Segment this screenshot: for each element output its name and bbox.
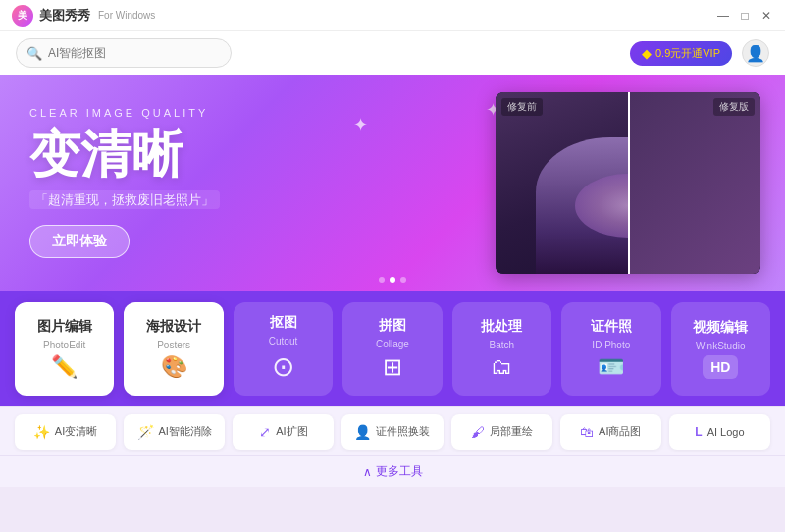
before-label: 修复前 <box>501 98 543 116</box>
before-after-image: 修复前 修复版 <box>496 92 760 274</box>
tool-collage-name-zh: 拼图 <box>379 317 406 335</box>
ai-expand-label: AI扩图 <box>276 424 307 439</box>
ai-expand-icon: ⤢ <box>259 424 271 440</box>
banner-cta-button[interactable]: 立即体验 <box>29 225 130 258</box>
dot-1[interactable] <box>379 277 385 283</box>
more-tools-chevron: ∧ <box>363 465 372 479</box>
quick-ai-clarity[interactable]: ✨ AI变清晰 <box>15 414 116 450</box>
tool-id-photo-name-zh: 证件照 <box>591 318 632 336</box>
local-redraw-icon: 🖌 <box>471 424 485 440</box>
for-windows-label: For Windows <box>98 10 155 21</box>
tool-cutout-icon: ⊙ <box>272 350 294 383</box>
ai-erase-icon: 🪄 <box>137 424 154 440</box>
minimize-button[interactable]: — <box>716 9 730 23</box>
quick-ai-expand[interactable]: ⤢ AI扩图 <box>233 414 334 450</box>
id-change-label: 证件照换装 <box>376 424 430 439</box>
tool-batch-name-en: Batch <box>490 340 515 350</box>
ai-clarity-label: AI变清晰 <box>55 424 97 439</box>
quick-id-change[interactable]: 👤 证件照换装 <box>341 414 443 450</box>
image-divider <box>628 92 630 274</box>
ai-clarity-icon: ✨ <box>33 424 50 440</box>
quick-tools-section: ✨ AI变清晰 🪄 AI智能消除 ⤢ AI扩图 👤 证件照换装 🖌 局部重绘 🛍… <box>0 406 785 455</box>
tool-collage-icon: ⊞ <box>383 353 402 381</box>
close-button[interactable]: ✕ <box>759 9 773 23</box>
ai-product-label: AI商品图 <box>599 424 641 439</box>
banner-section: CLEAR IMAGE QUALITY 变清晰 「超清重现，拯救废旧老照片」 立… <box>0 75 785 291</box>
more-tools-label: 更多工具 <box>376 463 423 480</box>
title-bar: 美 美图秀秀 For Windows — □ ✕ <box>0 0 785 31</box>
sparkle-icon-3: ✦ <box>353 114 368 135</box>
avatar-button[interactable]: 👤 <box>742 39 769 67</box>
ai-product-icon: 🛍 <box>580 424 594 440</box>
tool-id-photo-icon: 🪪 <box>598 354 624 380</box>
tool-id-photo-name-en: ID Photo <box>592 340 630 350</box>
tool-video-edit[interactable]: 视频编辑 WinkStudio HD <box>671 302 770 396</box>
ai-erase-label: AI智能消除 <box>159 424 212 439</box>
tool-photo-edit-icon: ✏️ <box>51 354 78 380</box>
id-change-icon: 👤 <box>354 424 371 440</box>
quick-ai-erase[interactable]: 🪄 AI智能消除 <box>124 414 225 450</box>
after-label: 修复版 <box>713 98 755 116</box>
tool-id-photo[interactable]: 证件照 ID Photo 🪪 <box>561 302 660 396</box>
logo-area: 美 美图秀秀 For Windows <box>12 5 155 27</box>
app-name: 美图秀秀 <box>39 7 90 25</box>
banner-text-area: CLEAR IMAGE QUALITY 变清晰 「超清重现，拯救废旧老照片」 立… <box>0 87 496 277</box>
quick-ai-product[interactable]: 🛍 AI商品图 <box>560 414 661 450</box>
tool-video-edit-name-en: WinkStudio <box>696 341 746 351</box>
tool-posters-name-en: Posters <box>157 340 190 350</box>
search-input[interactable] <box>48 46 205 60</box>
dot-3[interactable] <box>400 277 406 283</box>
tool-collage[interactable]: 拼图 Collage ⊞ <box>342 302 442 396</box>
quick-ai-logo[interactable]: L AI Logo <box>669 414 770 450</box>
quick-local-redraw[interactable]: 🖌 局部重绘 <box>451 414 552 450</box>
vip-price-label: 0.9元开通VIP <box>655 46 720 61</box>
ai-logo-icon: L <box>695 425 702 439</box>
search-icon: 🔍 <box>26 46 42 61</box>
tool-cutout-name-en: Cutout <box>269 336 297 346</box>
dot-2[interactable] <box>390 277 395 283</box>
tool-posters[interactable]: 海报设计 Posters 🎨 <box>124 302 223 396</box>
tool-batch[interactable]: 批处理 Batch 🗂 <box>452 302 551 396</box>
carousel-dots <box>379 277 406 283</box>
tool-photo-edit-name-en: PhotoEdit <box>43 340 85 350</box>
ai-logo-label: AI Logo <box>707 426 745 438</box>
diamond-icon: ◆ <box>642 46 652 61</box>
header-right: ◆ 0.9元开通VIP 👤 <box>630 39 769 67</box>
tool-batch-icon: 🗂 <box>491 354 512 380</box>
app-header: 🔍 ◆ 0.9元开通VIP 👤 <box>0 31 785 75</box>
app-logo-icon: 美 <box>12 5 33 27</box>
tool-video-edit-icon: HD <box>703 355 738 379</box>
search-bar[interactable]: 🔍 <box>16 38 232 68</box>
tool-posters-icon: 🎨 <box>161 354 187 380</box>
banner-description: 「超清重现，拯救废旧老照片」 <box>29 191 466 209</box>
tool-cutout[interactable]: 抠图 Cutout ⊙ <box>234 302 333 396</box>
window-controls: — □ ✕ <box>716 9 773 23</box>
tool-photo-edit-name-zh: 图片编辑 <box>37 318 92 336</box>
vip-button[interactable]: ◆ 0.9元开通VIP <box>630 41 732 66</box>
tool-video-edit-name-zh: 视频编辑 <box>693 319 748 337</box>
tool-photo-edit[interactable]: 图片编辑 PhotoEdit ✏️ <box>15 302 114 396</box>
tools-section: 图片编辑 PhotoEdit ✏️ 海报设计 Posters 🎨 抠图 Cuto… <box>0 291 785 406</box>
banner-subtitle: CLEAR IMAGE QUALITY <box>29 107 466 119</box>
maximize-button[interactable]: □ <box>738 9 752 23</box>
tool-batch-name-zh: 批处理 <box>481 318 522 336</box>
tool-collage-name-en: Collage <box>376 339 409 349</box>
user-icon: 👤 <box>746 44 765 63</box>
more-tools-button[interactable]: ∧ 更多工具 <box>0 455 785 487</box>
local-redraw-label: 局部重绘 <box>490 424 533 439</box>
banner-title: 变清晰 <box>29 127 466 183</box>
tool-cutout-name-zh: 抠图 <box>270 314 297 332</box>
tool-posters-name-zh: 海报设计 <box>146 318 201 336</box>
